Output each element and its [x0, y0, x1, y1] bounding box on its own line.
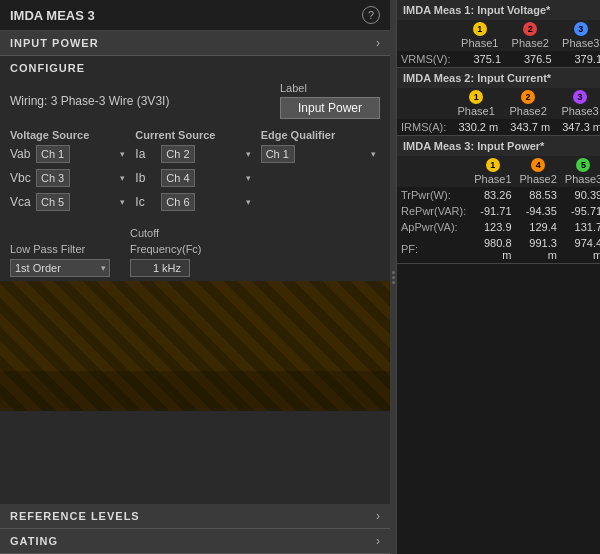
meas1-table: 1 Phase1 2 Phase2 3 Phase3	[397, 20, 600, 67]
vab-select-wrapper: Ch 1	[36, 145, 129, 163]
current-source-group: Current Source Ia Ch 2 Ib C	[135, 129, 254, 217]
panel-title: IMDA MEAS 3	[10, 8, 95, 23]
vbc-label: Vbc	[10, 171, 32, 185]
ic-select[interactable]: Ch 6	[161, 193, 195, 211]
phase1-dot-meas3: 1	[486, 158, 500, 172]
meas2-p2-value: 343.7 m	[502, 119, 554, 135]
reference-levels-label: REFERENCE LEVELS	[10, 510, 140, 522]
meas1-data-row: VRMS(V): 375.1 376.5 379.1	[397, 51, 600, 67]
meas2-phase3-header: 3 Phase3	[554, 88, 600, 119]
vab-select[interactable]: Ch 1	[36, 145, 70, 163]
meas1-block: IMDA Meas 1: Input Voltage* 1 Phase1 2 P…	[397, 0, 600, 68]
gating-chevron: ›	[376, 534, 380, 548]
ib-row: Ib Ch 4	[135, 169, 254, 187]
meas3-phase3-header: 5 Phase3	[561, 156, 600, 187]
reference-levels-bar[interactable]: REFERENCE LEVELS ›	[0, 504, 390, 529]
meas1-p3-value: 379.1	[556, 51, 601, 67]
wiring-text: Wiring: 3 Phase-3 Wire (3V3I)	[10, 94, 169, 108]
meas1-row-label: VRMS(V):	[397, 51, 455, 67]
vca-label: Vca	[10, 195, 32, 209]
meas1-col-empty	[397, 20, 455, 51]
meas3-row-0: TrPwr(W): 83.26 88.53 90.39	[397, 187, 600, 203]
left-panel: IMDA MEAS 3 ? INPUT POWER › CONFIGURE Wi…	[0, 0, 390, 554]
meas3-row-2: ApPwr(VA): 123.9 129.4 131.7	[397, 219, 600, 235]
ib-select-wrapper: Ch 4	[161, 169, 254, 187]
waveform-area	[0, 281, 390, 411]
meas3-p3-3: 974.4 m	[561, 235, 600, 263]
vca-row: Vca Ch 5	[10, 193, 129, 211]
phase2-dot-meas2: 2	[521, 90, 535, 104]
label-input[interactable]	[280, 97, 380, 119]
meas3-row-1: RePwr(VAR): -91.71 -94.35 -95.71	[397, 203, 600, 219]
panel-header: IMDA MEAS 3 ?	[0, 0, 390, 31]
meas3-p3-1: -95.71	[561, 203, 600, 219]
meas1-phase2-header: 2 Phase2	[505, 20, 556, 51]
gating-bar[interactable]: GATING ›	[0, 529, 390, 554]
meas3-label-0: TrPwr(W):	[397, 187, 470, 203]
configure-label: CONFIGURE	[10, 62, 380, 74]
meas3-block: IMDA Meas 3: Input Power* 1 Phase1 4 Pha…	[397, 136, 600, 264]
meas3-data-rows: TrPwr(W): 83.26 88.53 90.39 RePwr(VAR): …	[397, 187, 600, 263]
meas1-p2-value: 376.5	[505, 51, 556, 67]
meas3-header: IMDA Meas 3: Input Power*	[397, 136, 600, 156]
meas3-row-3: PF: 980.8 m 991.3 m 974.4 m	[397, 235, 600, 263]
low-pass-select[interactable]: 1st Order	[10, 259, 110, 277]
voltage-source-header: Voltage Source	[10, 129, 129, 141]
vab-label: Vab	[10, 147, 32, 161]
help-icon[interactable]: ?	[362, 6, 380, 24]
phase3-dot-meas3: 5	[576, 158, 590, 172]
reference-levels-chevron: ›	[376, 509, 380, 523]
low-pass-select-wrapper: 1st Order	[10, 259, 110, 277]
meas2-phase1-header: 1 Phase1	[450, 88, 502, 119]
meas3-p1-0: 83.26	[470, 187, 515, 203]
vca-select-wrapper: Ch 5	[36, 193, 129, 211]
vbc-select-wrapper: Ch 3	[36, 169, 129, 187]
meas3-p2-2: 129.4	[516, 219, 561, 235]
meas2-p3-value: 347.3 m	[554, 119, 600, 135]
phase2-dot-meas3: 4	[531, 158, 545, 172]
ia-select-wrapper: Ch 2	[161, 145, 254, 163]
meas3-p1-3: 980.8 m	[470, 235, 515, 263]
edge-select[interactable]: Ch 1	[261, 145, 295, 163]
meas1-header: IMDA Meas 1: Input Voltage*	[397, 0, 600, 20]
meas3-p3-0: 90.39	[561, 187, 600, 203]
meas3-phase2-header: 4 Phase2	[516, 156, 561, 187]
meas2-p1-value: 330.2 m	[450, 119, 502, 135]
edge-qualifier-header: Edge Qualifier	[261, 129, 380, 141]
bottom-spacer	[0, 411, 390, 504]
ic-row: Ic Ch 6	[135, 193, 254, 211]
meas2-row-label: IRMS(A):	[397, 119, 450, 135]
phase1-dot-meas1: 1	[473, 22, 487, 36]
meas3-p1-2: 123.9	[470, 219, 515, 235]
ia-select[interactable]: Ch 2	[161, 145, 195, 163]
meas2-header: IMDA Meas 2: Input Current*	[397, 68, 600, 88]
ib-label: Ib	[135, 171, 157, 185]
vca-select[interactable]: Ch 5	[36, 193, 70, 211]
edge-row: Ch 1	[261, 145, 380, 163]
vbc-select[interactable]: Ch 3	[36, 169, 70, 187]
label-group: Label	[280, 82, 380, 119]
cutoff-group: Cutoff Frequency(Fc)	[130, 227, 202, 277]
meas1-phase1-header: 1 Phase1	[455, 20, 506, 51]
cutoff-value-input[interactable]	[130, 259, 190, 277]
input-power-bar[interactable]: INPUT POWER ›	[0, 31, 390, 56]
meas2-col-empty	[397, 88, 450, 119]
phase2-dot-meas1: 2	[523, 22, 537, 36]
meas3-phase1-header: 1 Phase1	[470, 156, 515, 187]
meas2-block: IMDA Meas 2: Input Current* 1 Phase1 2 P…	[397, 68, 600, 136]
ic-label: Ic	[135, 195, 157, 209]
meas1-p1-value: 375.1	[455, 51, 506, 67]
meas1-phase3-header: 3 Phase3	[556, 20, 601, 51]
input-power-chevron: ›	[376, 36, 380, 50]
current-source-header: Current Source	[135, 129, 254, 141]
vab-row: Vab Ch 1	[10, 145, 129, 163]
meas3-p3-2: 131.7	[561, 219, 600, 235]
meas3-label-1: RePwr(VAR):	[397, 203, 470, 219]
phase1-dot-meas2: 1	[469, 90, 483, 104]
frequency-label: Frequency(Fc)	[130, 243, 202, 255]
ib-select[interactable]: Ch 4	[161, 169, 195, 187]
right-spacer	[397, 264, 600, 554]
input-power-label: INPUT POWER	[10, 37, 99, 49]
meas2-table: 1 Phase1 2 Phase2 3 Phase3	[397, 88, 600, 135]
low-pass-label: Low Pass Filter	[10, 243, 110, 255]
